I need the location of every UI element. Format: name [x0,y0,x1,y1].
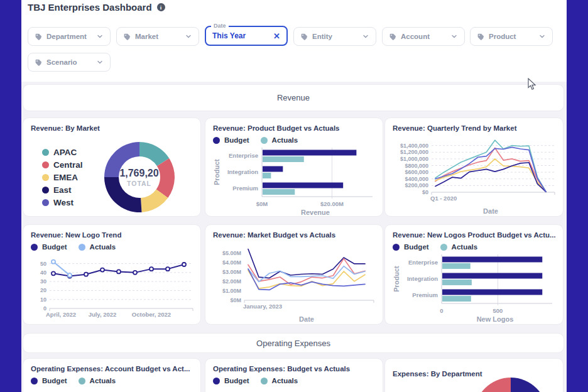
filter-market[interactable]: Market [116,27,199,46]
tag-icon [389,33,397,41]
svg-text:Date: Date [299,315,314,323]
legend-item-west[interactable]: West [42,198,83,207]
chart-title: Revenue: Product Budget vs Actuals [213,124,375,132]
legend-item-budget[interactable]: Budget [213,377,249,384]
svg-text:$1,200,000: $1,200,000 [400,149,428,155]
svg-text:$400,000: $400,000 [405,176,428,182]
legend-item-budget[interactable]: Budget [31,377,67,384]
tag-icon [477,33,485,41]
card-opex-budget-vs-actuals: Operating Expenses: Budget vs Actuals Bu… [205,358,383,392]
svg-text:Enterprise: Enterprise [408,259,438,266]
legend-item-budget[interactable]: Budget [31,243,67,251]
filter-date-label: Date [211,23,229,29]
svg-text:50: 50 [40,261,46,267]
chart-canvas: $1,400,000$1,200,000$1,000,000$800,000$6… [393,134,555,217]
east-swatch-icon [42,187,49,193]
filter-date-value: This Year [212,31,246,40]
card-revenue-market-budget-vs-actuals: Revenue: Market Budget vs Actuals $5.00M… [205,224,383,325]
card-revenue-quarterly-trend: Revenue: Quarterly Trend by Market $1,40… [384,117,564,217]
chart-title: Revenue: New Logos Product Budget vs Act… [393,231,555,239]
card-opex-account-budget-vs-actuals: Operating Expenses: Account Budget vs Ac… [23,358,201,392]
svg-text:$800,000: $800,000 [405,163,428,169]
card-revenue-new-logo-trend: Revenue: New Logo Trend Budget Actuals 5… [23,224,201,325]
svg-text:Integration: Integration [227,168,258,175]
chart-canvas: 0500EnterpriseIntegrationPremiumNew Logo… [393,253,555,325]
chart-legend: Budget Actuals [31,243,193,251]
donut-chart: 1,769,20 TOTAL [101,138,178,216]
tag-icon [300,33,308,41]
chevron-down-icon [538,33,546,40]
chart-canvas [393,378,557,392]
info-icon[interactable]: i [157,3,165,11]
svg-text:500: 500 [493,307,503,314]
svg-text:April, 2022: April, 2022 [46,311,76,318]
filter-scenario[interactable]: Scenario [28,53,111,72]
svg-text:Date: Date [483,207,498,215]
tag-icon [35,33,43,41]
svg-text:Premium: Premium [412,291,438,298]
svg-text:$2.00M: $2.00M [222,278,241,285]
chart-canvas [101,138,178,217]
chart-legend: Budget Actuals [393,243,555,251]
legend-item-east[interactable]: East [42,185,83,195]
budget-swatch-icon [213,137,220,144]
chevron-down-icon [185,33,192,40]
legend-item-emea[interactable]: EMEA [42,173,83,182]
clear-filter-icon[interactable]: ✕ [273,32,280,40]
svg-text:Premium: Premium [232,185,258,192]
filter-account[interactable]: Account [382,27,465,46]
filter-product[interactable]: Product [470,27,553,46]
donut-legend: APAC Central EMEA East West [42,148,83,207]
budget-swatch-icon [213,378,220,384]
chevron-down-icon [96,58,104,66]
legend-item-actuals[interactable]: Actuals [440,243,478,251]
svg-text:$1,400,000: $1,400,000 [400,143,428,149]
chart-title: Revenue: Market Budget vs Actuals [213,231,375,239]
chevron-down-icon [362,33,369,40]
svg-text:Enterprise: Enterprise [229,152,258,159]
svg-text:$600,000: $600,000 [405,169,428,175]
filter-entity[interactable]: Entity [293,27,376,46]
west-swatch-icon [42,199,49,206]
filter-department[interactable]: Department [28,27,111,46]
emea-swatch-icon [42,174,49,181]
svg-text:30: 30 [40,278,46,285]
legend-item-actuals[interactable]: Actuals [79,243,116,251]
donut-chart-area: APAC Central EMEA East West 1,769,20 TOT… [31,138,193,216]
chart-canvas: $5.00M$4.00M$3.00M$2.00M$1.00M$0MJanuary… [213,241,375,325]
svg-text:$200,000: $200,000 [405,182,428,188]
chevron-down-icon [450,33,458,40]
chart-title: Operating Expenses: Budget vs Actuals [213,365,375,373]
svg-text:Integration: Integration [407,275,438,282]
svg-text:New Logos: New Logos [477,315,514,323]
filter-date[interactable]: Date This Year ✕ [205,26,288,46]
svg-text:$0M: $0M [230,297,241,303]
svg-text:$5.00M: $5.00M [222,250,241,256]
svg-text:0: 0 [440,307,443,314]
svg-text:Product: Product [393,266,400,292]
legend-item-budget[interactable]: Budget [213,136,249,144]
svg-text:July, 2022: July, 2022 [89,311,117,318]
svg-text:20: 20 [40,287,46,293]
actuals-swatch-icon [261,137,268,144]
chart-title: Operating Expenses: Account Budget vs Ac… [31,365,193,373]
budget-swatch-icon [31,244,38,251]
legend-item-actuals[interactable]: Actuals [261,136,298,144]
legend-item-actuals[interactable]: Actuals [79,377,116,384]
actuals-swatch-icon [79,378,85,384]
chart-title: Revenue: Quarterly Trend by Market [393,124,555,132]
legend-item-actuals[interactable]: Actuals [261,377,298,384]
svg-text:40: 40 [40,270,46,276]
chart-canvas: 50403020100April, 2022July, 2022October,… [31,253,193,325]
svg-text:$1.00M: $1.00M [222,288,241,294]
svg-text:$20.00M: $20.00M [320,200,344,207]
legend-item-budget[interactable]: Budget [393,243,429,251]
legend-item-central[interactable]: Central [42,160,83,170]
legend-item-apac[interactable]: APAC [42,148,83,157]
section-header-operating-expenses: Operating Expenses [23,333,564,353]
tag-icon [123,33,131,41]
section-header-revenue: Revenue [23,84,564,111]
card-revenue-new-logos-product: Revenue: New Logos Product Budget vs Act… [384,224,564,325]
window-frame-right [567,0,588,392]
page-title: TBJ Enterprises Dashboard i [28,2,165,13]
